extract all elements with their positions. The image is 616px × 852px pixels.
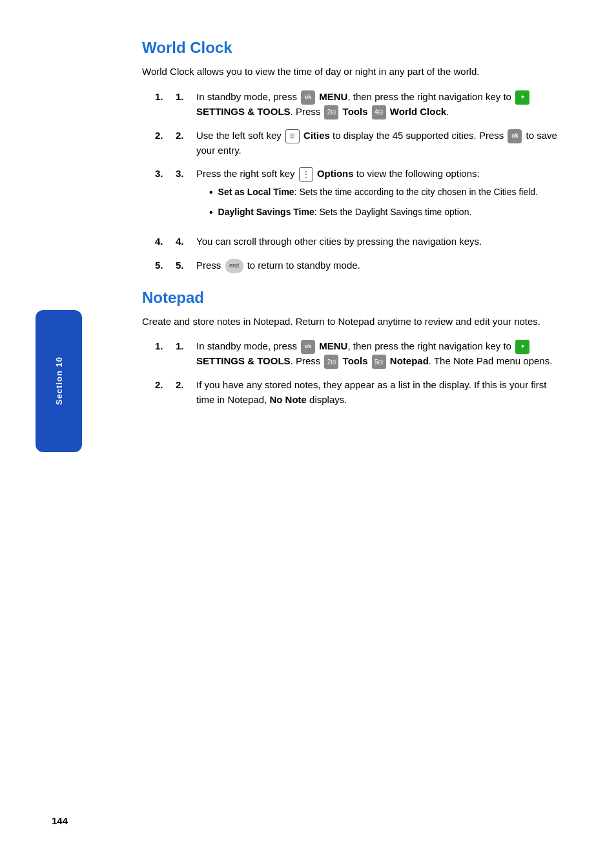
tools-icon2: 2⊟ — [324, 355, 338, 369]
page-number: 144 — [52, 815, 68, 826]
notepad-icon: 5⊟ — [372, 355, 386, 369]
notepad-settings-tools-label: SETTINGS & TOOLS — [196, 355, 291, 366]
softkey-left-icon: ☰ — [285, 129, 300, 143]
option-set-local-time: Set as Local Time: Sets the time accordi… — [209, 185, 564, 200]
step-1-content: In standby mode, press ok MENU, then pre… — [196, 90, 564, 119]
options-list: Set as Local Time: Sets the time accordi… — [196, 185, 564, 220]
menu-label: MENU — [319, 91, 347, 102]
notepad-step-2-number: 2. — [176, 378, 194, 393]
tools-label: Tools — [343, 106, 368, 117]
option-daylight-savings-content: Daylight Savings Time: Sets the Daylight… — [218, 205, 564, 219]
notepad-heading: Notepad — [142, 289, 564, 307]
ok-icon2: ok — [508, 129, 522, 143]
world-clock-steps: 1. In standby mode, press ok MENU, then … — [142, 90, 564, 273]
notepad-step-1-content: In standby mode, press ok MENU, then pre… — [196, 339, 564, 369]
ok-icon3: ok — [301, 340, 315, 354]
no-note-label: No Note — [269, 394, 307, 405]
settings-icon2: ✦ — [515, 340, 529, 354]
step-2-number: 2. — [176, 129, 194, 143]
daylight-savings-label: Daylight Savings Time — [218, 207, 314, 217]
ok-icon: ok — [301, 90, 315, 105]
step-5-content: Press end to return to standby mode. — [196, 258, 564, 273]
tools-icon: 2⊟ — [324, 105, 338, 119]
page-container: Section 10 World Clock World Clock allow… — [0, 0, 616, 852]
main-content: World Clock World Clock allows you to vi… — [142, 39, 564, 407]
notepad-step-2: 2. If you have any stored notes, they ap… — [155, 378, 564, 407]
worldclock-nav-icon: 4⊟ — [372, 105, 386, 119]
options-label: Options — [317, 168, 354, 179]
section-tab-label: Section 10 — [54, 357, 64, 405]
notepad-intro: Create and store notes in Notepad. Retur… — [142, 315, 564, 329]
section-tab: Section 10 — [36, 310, 82, 452]
step-1: 1. In standby mode, press ok MENU, then … — [155, 90, 564, 119]
world-clock-intro: World Clock allows you to view the time … — [142, 65, 564, 79]
step-4-number: 4. — [176, 234, 194, 249]
notepad-tools-label: Tools — [343, 355, 368, 366]
world-clock-label: World Clock — [390, 106, 446, 117]
option-daylight-savings: Daylight Savings Time: Sets the Daylight… — [209, 205, 564, 220]
step-4-content: You can scroll through other cities by p… — [196, 234, 564, 249]
set-local-time-label: Set as Local Time — [218, 187, 294, 197]
softkey-right-icon: ⋮ — [299, 167, 313, 182]
step-4: 4. You can scroll through other cities b… — [155, 234, 564, 249]
step-2: 2. Use the left soft key ☰ Cities to dis… — [155, 129, 564, 158]
end-icon: end — [225, 259, 243, 273]
settings-icon: ✦ — [515, 90, 529, 105]
cities-label: Cities — [303, 130, 330, 141]
step-5: 5. Press end to return to standby mode. — [155, 258, 564, 273]
notepad-label: Notepad — [390, 355, 429, 366]
step-2-content: Use the left soft key ☰ Cities to displa… — [196, 129, 564, 158]
step-3-number: 3. — [176, 167, 194, 182]
notepad-step-1: 1. In standby mode, press ok MENU, then … — [155, 339, 564, 369]
step-3: 3. Press the right soft key ⋮ Options to… — [155, 167, 564, 225]
notepad-steps: 1. In standby mode, press ok MENU, then … — [142, 339, 564, 407]
notepad-menu-label: MENU — [319, 340, 347, 351]
step-1-number: 1. — [176, 90, 194, 105]
step-5-number: 5. — [176, 258, 194, 273]
notepad-step-2-content: If you have any stored notes, they appea… — [196, 378, 564, 407]
settings-tools-label: SETTINGS & TOOLS — [196, 106, 291, 117]
option-set-local-time-content: Set as Local Time: Sets the time accordi… — [218, 185, 564, 199]
notepad-step-1-number: 1. — [176, 339, 194, 354]
step-3-content: Press the right soft key ⋮ Options to vi… — [196, 167, 564, 225]
world-clock-heading: World Clock — [142, 39, 564, 57]
